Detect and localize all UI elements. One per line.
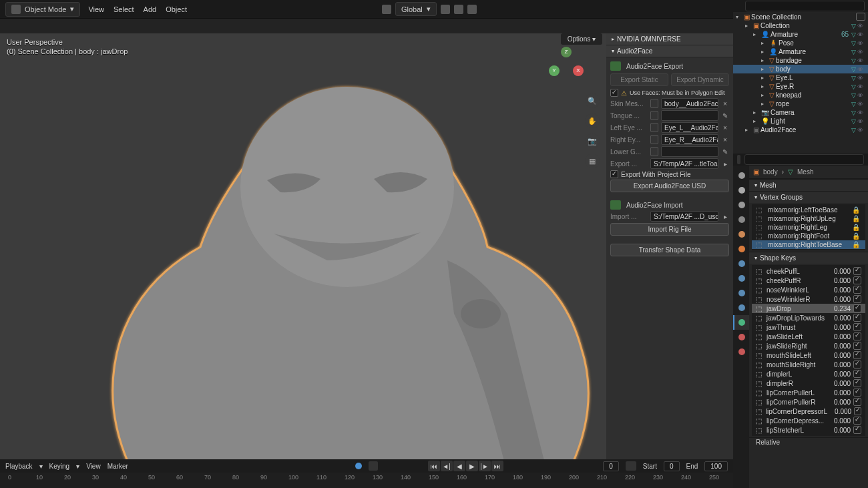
- keyframe-prev-button[interactable]: ◄|: [441, 461, 453, 471]
- shape-key-item[interactable]: ⬚cheekPuffR0.000: [752, 276, 865, 285]
- tab-mesh-data[interactable]: [733, 315, 749, 330]
- play-button[interactable]: ▶: [466, 461, 478, 471]
- vertex-group-item[interactable]: ⬚mixamorig:RightToeBase🔒: [752, 240, 865, 249]
- autokey-set-icon[interactable]: [369, 461, 378, 471]
- lower-dropper[interactable]: [650, 147, 658, 156]
- tab-world[interactable]: [733, 227, 749, 242]
- vertex-group-item[interactable]: ⬚mixamorig:LeftToeBase🔒: [752, 206, 865, 214]
- pivot-icon[interactable]: [441, 5, 450, 14]
- shape-key-item[interactable]: ⬚lipCornerDepressorL0.000: [752, 407, 865, 416]
- shape-key-item[interactable]: ⬚lipCornerPullerL0.000: [752, 388, 865, 397]
- shape-key-item[interactable]: ⬚noseWrinklerL0.000: [752, 285, 865, 294]
- reye-dropper[interactable]: [650, 135, 658, 144]
- tab-constraint[interactable]: [733, 300, 749, 315]
- outliner-item[interactable]: ▸▣Collection▽👁: [733, 21, 868, 30]
- lower-edit[interactable]: ✎: [721, 148, 729, 156]
- outliner-item[interactable]: ▸▽bandage▽👁: [733, 56, 868, 65]
- orientation-selector[interactable]: Global ▾: [395, 2, 437, 16]
- jump-start-button[interactable]: ⏮: [428, 461, 440, 471]
- start-frame-field[interactable]: 0: [664, 461, 680, 471]
- outliner-item[interactable]: ▸▽body▽👁: [733, 65, 868, 73]
- crumb-mesh[interactable]: Mesh: [797, 168, 813, 176]
- axis-z-icon[interactable]: Z: [561, 47, 572, 57]
- tab-physics[interactable]: [733, 286, 749, 300]
- left-eye-field[interactable]: Eye_L__Audio2Face_EX: [661, 122, 718, 133]
- right-eye-field[interactable]: Eye_R__Audio2Face_EX: [661, 134, 718, 145]
- outliner-search[interactable]: [745, 1, 865, 11]
- tab-material[interactable]: [733, 330, 749, 344]
- tab-particles[interactable]: [733, 271, 749, 286]
- zoom-icon[interactable]: 🔍: [585, 93, 600, 108]
- import-path-field[interactable]: S:/Temp/A2F ...D_usdSkel.usd: [650, 211, 718, 222]
- current-frame-field[interactable]: 0: [603, 461, 619, 471]
- leye-dropper[interactable]: [650, 123, 658, 132]
- props-search[interactable]: [744, 154, 864, 165]
- outliner-item[interactable]: ▸▽Eye.R▽👁: [733, 82, 868, 91]
- tongue-field[interactable]: [661, 110, 718, 121]
- shape-key-item[interactable]: ⬚lipCornerPullerR0.000: [752, 397, 865, 407]
- skin-clear[interactable]: ×: [721, 100, 729, 107]
- outliner-item[interactable]: ▸🧍Pose▽👁: [733, 39, 868, 47]
- shape-key-item[interactable]: ⬚mouthSlideLeft0.000: [752, 350, 865, 360]
- autokey-icon[interactable]: [355, 463, 362, 469]
- skin-mesh-field[interactable]: body__Audio2Face_EX: [661, 98, 718, 109]
- tongue-edit[interactable]: ✎: [721, 112, 729, 119]
- export-browse[interactable]: ▸: [721, 160, 729, 168]
- outliner-item[interactable]: ▸▽Eye.L▽👁: [733, 73, 868, 82]
- nav-gizmo[interactable]: Z X Y: [546, 47, 586, 87]
- tab-texture[interactable]: [733, 344, 749, 359]
- menu-object[interactable]: Object: [166, 5, 187, 13]
- lower-gum-field[interactable]: [661, 146, 718, 157]
- viewport-canvas[interactable]: User Perspective (0) Scene Collection | …: [0, 33, 733, 459]
- transfer-shape-button[interactable]: Transfer Shape Data: [610, 244, 729, 256]
- shape-keys-panel[interactable]: Shape Keys: [749, 252, 868, 264]
- shape-key-item[interactable]: ⬚jawThrust0.000: [752, 322, 865, 332]
- timeline-ruler[interactable]: 0102030405060708090100110120130140150160…: [0, 473, 733, 488]
- tl-keying[interactable]: Keying: [49, 463, 70, 470]
- tab-viewlayer[interactable]: [733, 198, 749, 212]
- mesh-panel[interactable]: Mesh: [749, 180, 868, 191]
- export-proj-checkbox[interactable]: [610, 170, 618, 178]
- persp-icon[interactable]: ▦: [585, 154, 600, 168]
- shape-key-item[interactable]: ⬚jawSlideLeft0.000: [752, 332, 865, 341]
- import-browse[interactable]: ▸: [721, 213, 729, 220]
- axis-x-icon[interactable]: X: [573, 65, 584, 76]
- shape-key-item[interactable]: ⬚jawDrop0.234: [752, 304, 865, 313]
- tab-output[interactable]: [733, 183, 749, 198]
- outliner-item[interactable]: ▸▣Audio2Face▽👁: [733, 126, 868, 134]
- snap-icon[interactable]: [454, 5, 463, 14]
- tab-render[interactable]: [733, 168, 749, 183]
- tab-object[interactable]: [733, 242, 749, 256]
- skin-dropper[interactable]: [650, 99, 658, 108]
- shape-key-item[interactable]: ⬚mouthSlideRight0.000: [752, 360, 865, 369]
- vertex-group-item[interactable]: ⬚mixamorig:RightUpLeg🔒: [752, 214, 865, 223]
- cursor-icon[interactable]: [382, 5, 391, 14]
- vertex-groups-panel[interactable]: Vertex Groups: [749, 192, 868, 203]
- tl-playback[interactable]: Playback: [5, 463, 33, 470]
- outliner-item[interactable]: ▸▽kneepad▽👁: [733, 91, 868, 99]
- tab-modifier[interactable]: [733, 256, 749, 271]
- crumb-object[interactable]: body: [763, 168, 778, 176]
- mode-selector[interactable]: Object Mode ▾: [5, 2, 80, 17]
- reye-clear[interactable]: ×: [721, 136, 729, 144]
- shape-key-item[interactable]: ⬚dimplerR0.000: [752, 379, 865, 388]
- use-faces-checkbox[interactable]: [610, 89, 618, 97]
- play-rev-button[interactable]: ◀: [453, 461, 465, 471]
- tab-scene[interactable]: [733, 212, 749, 227]
- keyframe-next-button[interactable]: |►: [479, 461, 491, 471]
- outliner-item[interactable]: ▸💡Light▽👁: [733, 117, 868, 126]
- tl-marker[interactable]: Marker: [107, 463, 128, 470]
- end-frame-field[interactable]: 100: [704, 461, 728, 471]
- tl-view[interactable]: View: [86, 463, 101, 470]
- restrict-icon[interactable]: [856, 13, 865, 21]
- leye-clear[interactable]: ×: [721, 124, 729, 132]
- shape-key-item[interactable]: ⬚dimplerL0.000: [752, 369, 865, 379]
- shape-key-item[interactable]: ⬚noseWrinklerR0.000: [752, 294, 865, 304]
- outliner-item[interactable]: ▸👤Armature▽👁: [733, 47, 868, 56]
- omniverse-section[interactable]: NVIDIA OMNIVERSE: [606, 33, 733, 45]
- shape-key-item[interactable]: ⬚lipStretcherL0.000: [752, 425, 865, 435]
- jump-end-button[interactable]: ⏭: [491, 461, 503, 471]
- menu-view[interactable]: View: [88, 5, 104, 13]
- shape-key-item[interactable]: ⬚jawSlideRight0.000: [752, 341, 865, 350]
- outliner[interactable]: ▾▣ Scene Collection ▸▣Collection▽👁▸👤Arma…: [733, 12, 868, 154]
